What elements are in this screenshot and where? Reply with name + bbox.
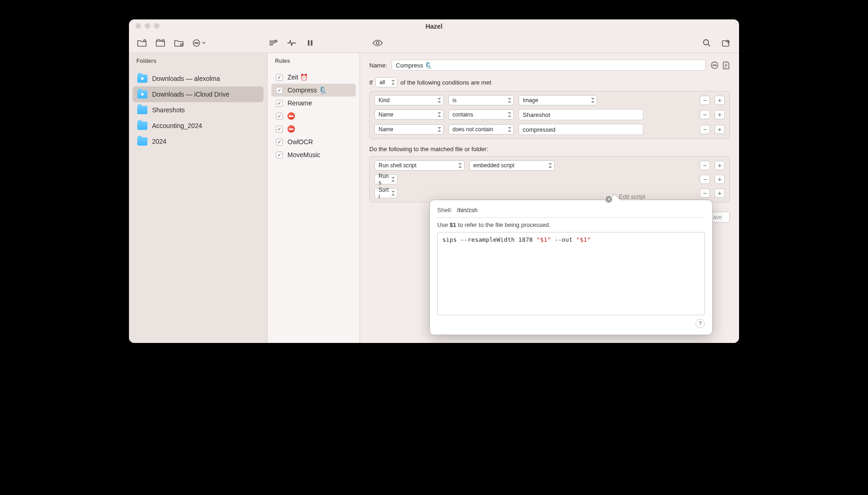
rule-list: ✓Zeit ⏰✓Compress 🗜️✓Rename✓✓✓OwlOCR✓Move… [268, 68, 360, 164]
folder-item[interactable]: 2024 [133, 134, 263, 149]
more-menu-icon[interactable] [191, 37, 208, 49]
conditions-box: KindisImage−+NamecontainsShareshot−+Name… [369, 91, 730, 139]
condition-op-select[interactable]: does not contain [448, 124, 514, 134]
rule-label: Compress 🗜️ [287, 86, 327, 94]
name-row: Name: Compress 🗜️ [369, 60, 730, 71]
rule-name-input[interactable]: Compress 🗜️ [391, 60, 706, 71]
rule-checkbox[interactable]: ✓ [276, 74, 283, 81]
add-action-button[interactable]: + [715, 189, 725, 198]
action-type-select[interactable]: Sort i [374, 188, 397, 198]
add-smart-folder-icon[interactable] [154, 37, 167, 49]
add-condition-button[interactable]: + [715, 125, 725, 134]
toolbar [129, 33, 739, 53]
folders-header: Folders [129, 53, 267, 68]
remove-condition-button[interactable]: − [700, 96, 710, 105]
condition-value-input[interactable]: compressed [519, 124, 643, 135]
window-title: Hazel [426, 23, 443, 30]
add-condition-button[interactable]: + [715, 96, 725, 105]
no-entry-icon [287, 125, 295, 133]
conditions-header: If all of the following conditions are m… [369, 77, 730, 87]
rule-notes-icon[interactable] [722, 61, 730, 69]
folder-label: Shareshots [152, 106, 185, 114]
minimize-window-icon[interactable] [145, 23, 150, 29]
rule-item[interactable]: ✓Compress 🗜️ [271, 84, 356, 97]
condition-value-select[interactable]: Image [519, 95, 597, 105]
rule-item[interactable]: ✓Rename [271, 97, 356, 110]
add-condition-button[interactable]: + [715, 110, 725, 119]
add-folder-icon[interactable] [135, 37, 148, 49]
add-action-button[interactable]: + [715, 175, 725, 184]
condition-field-select[interactable]: Name [374, 110, 444, 120]
svg-rect-9 [308, 40, 310, 46]
rule-label: Rename [287, 99, 312, 107]
condition-row: Namedoes not containcompressed−+ [373, 123, 727, 136]
remove-condition-button[interactable]: − [700, 110, 710, 119]
name-label: Name: [369, 62, 387, 69]
action-type-select[interactable]: Run shell script [374, 160, 465, 171]
remove-action-button[interactable]: − [700, 175, 710, 184]
rule-label: MoveMusic [287, 151, 320, 159]
folders-column: Folders Downloads — alexolmaDownloads — … [129, 53, 268, 343]
condition-field-select[interactable]: Name [374, 124, 444, 134]
svg-point-11 [376, 42, 379, 44]
help-icon[interactable]: ? [696, 319, 705, 328]
rule-item[interactable]: ✓MoveMusic [271, 148, 356, 161]
condition-row: KindisImage−+ [373, 94, 727, 106]
folder-item[interactable]: Shareshots [133, 102, 263, 118]
condition-field-select[interactable]: Kind [374, 95, 444, 105]
action-type-select[interactable]: Run s [374, 174, 397, 184]
zoom-window-icon[interactable] [154, 23, 159, 29]
add-action-button[interactable]: + [715, 161, 725, 170]
export-icon[interactable] [720, 37, 733, 49]
svg-point-6 [196, 43, 197, 43]
edit-script-label[interactable]: Edit script [619, 193, 645, 200]
shell-label: Shell: [437, 207, 452, 214]
folder-label: 2024 [152, 138, 166, 145]
action-row: Run s−+ [373, 173, 727, 185]
rule-options-icon[interactable] [710, 61, 719, 69]
folder-item[interactable]: Downloads — iCloud Drive [133, 86, 263, 102]
script-textarea[interactable]: sips --resampleWidth 1878 "$1" --out "$1… [437, 232, 705, 315]
svg-point-15 [713, 65, 714, 66]
svg-point-16 [714, 65, 715, 66]
rule-checkbox[interactable]: ✓ [276, 87, 283, 94]
svg-point-17 [715, 65, 716, 66]
rule-label: OwlOCR [287, 138, 313, 146]
rule-checkbox[interactable]: ✓ [276, 126, 283, 133]
condition-op-select[interactable]: contains [448, 110, 514, 120]
svg-rect-10 [311, 40, 313, 46]
rule-checkbox[interactable]: ✓ [276, 100, 283, 107]
rule-checkbox[interactable]: ✓ [276, 113, 283, 120]
condition-op-select[interactable]: is [448, 95, 514, 105]
preview-icon[interactable] [371, 37, 384, 49]
traffic-lights [135, 23, 159, 29]
close-window-icon[interactable] [135, 23, 141, 29]
folder-item[interactable]: Accounting_2024 [133, 118, 263, 134]
folder-icon [137, 106, 147, 114]
rule-item[interactable]: ✓OwlOCR [271, 135, 356, 148]
rule-item[interactable]: ✓ [271, 110, 356, 122]
action-script-select[interactable]: embedded script [469, 160, 555, 171]
folder-icon [137, 137, 147, 146]
if-scope-select[interactable]: all [375, 77, 397, 87]
rule-checkbox[interactable]: ✓ [276, 152, 283, 159]
folder-item[interactable]: Downloads — alexolma [133, 71, 263, 86]
rule-item[interactable]: ✓ [271, 122, 356, 135]
folder-settings-icon[interactable] [172, 37, 185, 49]
no-entry-icon [287, 112, 295, 120]
actions-header: Do the following to the matched file or … [369, 146, 730, 153]
rules-header: Rules [268, 53, 360, 68]
activity-icon[interactable] [285, 37, 298, 49]
add-rule-icon[interactable] [267, 37, 280, 49]
search-icon[interactable] [700, 37, 713, 49]
rule-checkbox[interactable]: ✓ [276, 139, 283, 146]
condition-value-input[interactable]: Shareshot [519, 109, 643, 120]
remove-condition-button[interactable]: − [700, 125, 710, 134]
remove-action-button[interactable]: − [700, 189, 710, 198]
remove-action-button[interactable]: − [700, 161, 710, 170]
close-popover-icon[interactable]: ✕ [605, 195, 613, 203]
pause-icon[interactable] [304, 37, 317, 49]
rule-item[interactable]: ✓Zeit ⏰ [271, 71, 356, 84]
shell-path-input[interactable]: /bin/zsh [457, 207, 705, 214]
actions-box: Run shell scriptembedded script−+Run s−+… [369, 156, 730, 202]
